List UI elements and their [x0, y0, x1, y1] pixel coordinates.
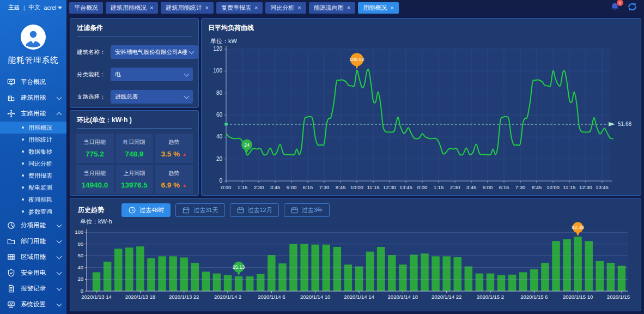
bar[interactable]	[552, 241, 560, 291]
bar[interactable]	[311, 245, 319, 291]
bar[interactable]	[399, 264, 406, 291]
sidebar-subitem[interactable]: 参数查询	[0, 206, 66, 218]
sidebar-subitem[interactable]: 用能概况	[0, 122, 66, 134]
bar[interactable]	[530, 269, 538, 291]
energy-type-select[interactable]: 电	[111, 68, 193, 81]
svg-text:40: 40	[77, 264, 83, 270]
svg-text:5:00: 5:00	[287, 184, 297, 190]
range-31d-button[interactable]: 过去31天	[175, 203, 224, 217]
sidebar-item-3[interactable]: 分项用能	[0, 218, 66, 233]
bar[interactable]	[377, 247, 385, 291]
bar[interactable]	[136, 246, 144, 291]
bar[interactable]	[257, 274, 264, 291]
tab-close-icon[interactable]: ×	[347, 5, 350, 11]
svg-text:2:30: 2:30	[450, 184, 460, 190]
bar[interactable]	[607, 263, 615, 291]
sidebar-item-5[interactable]: 区域用能	[0, 249, 66, 265]
bar[interactable]	[519, 272, 527, 291]
tab-close-icon[interactable]: ×	[254, 5, 258, 11]
sidebar-item-1[interactable]: 建筑用能	[0, 90, 66, 106]
sidebar-subitem[interactable]: 同比分析	[0, 158, 66, 170]
svg-text:2020/1/14 22: 2020/1/14 22	[432, 294, 461, 300]
tab-item[interactable]: 同比分析×	[265, 2, 306, 14]
tab-close-icon[interactable]: ×	[390, 5, 393, 11]
bar[interactable]	[541, 263, 549, 291]
bar[interactable]	[323, 245, 330, 291]
tab-item[interactable]: 复费率报表×	[216, 2, 263, 14]
bar[interactable]	[508, 275, 516, 291]
sidebar-subitem[interactable]: 夜间能耗	[0, 194, 66, 206]
bar[interactable]	[202, 271, 210, 291]
bar[interactable]	[585, 241, 592, 291]
filter-label: 建筑名称：	[77, 49, 111, 56]
sidebar-subitem[interactable]: 数据集抄	[0, 146, 66, 158]
range-48h-button[interactable]: 过去48时	[121, 203, 171, 217]
user-menu[interactable]: acrel	[44, 4, 63, 11]
svg-text:100: 100	[213, 68, 222, 74]
sidebar-item-0[interactable]: 平台概况	[0, 74, 66, 90]
tab-close-icon[interactable]: ×	[297, 5, 301, 11]
bar[interactable]	[476, 274, 483, 291]
bar[interactable]	[235, 276, 242, 291]
bar[interactable]	[487, 274, 494, 291]
bar[interactable]	[388, 255, 396, 291]
stat-value: 13976.5	[121, 181, 148, 189]
svg-text:100.52: 100.52	[349, 57, 364, 62]
range-12m-button[interactable]: 过去12月	[230, 203, 279, 217]
bar[interactable]	[114, 249, 122, 291]
bar[interactable]	[432, 256, 439, 291]
theme-link[interactable]: 主题	[8, 4, 20, 11]
notifications-bell-icon[interactable]: 0	[610, 2, 619, 14]
bar[interactable]	[158, 256, 166, 291]
sidebar-item-7[interactable]: 报警记录	[0, 281, 66, 297]
tab-close-icon[interactable]: ×	[205, 5, 208, 11]
bar[interactable]	[442, 256, 450, 291]
bar[interactable]	[191, 263, 199, 291]
bar[interactable]	[268, 255, 275, 291]
bar[interactable]	[596, 261, 604, 291]
sidebar-item-8[interactable]: 系统设置	[0, 297, 66, 312]
bar[interactable]	[147, 258, 155, 291]
bar[interactable]	[344, 264, 352, 291]
bar[interactable]	[333, 247, 341, 291]
tab-item[interactable]: 用能概况×	[358, 2, 398, 14]
history-bar-chart[interactable]: 单位：kW·h0204060801002020/1/13 142020/1/13…	[70, 217, 640, 310]
bar[interactable]	[104, 262, 111, 291]
chevron-down-icon	[189, 49, 195, 54]
bar[interactable]	[246, 276, 253, 291]
tab-item[interactable]: 能源流向图×	[309, 2, 355, 14]
bar[interactable]	[224, 275, 232, 291]
refresh-icon[interactable]	[627, 2, 637, 14]
sidebar-item-2[interactable]: 支路用能	[0, 106, 66, 122]
tab-item[interactable]: 平台概况	[69, 2, 103, 14]
sidebar-item-6[interactable]: 安全用电	[0, 265, 66, 281]
bar[interactable]	[618, 266, 625, 291]
bar[interactable]	[180, 257, 187, 291]
bar[interactable]	[410, 255, 417, 291]
sidebar-subitem[interactable]: 配电监测	[0, 182, 66, 194]
sidebar-subitem[interactable]: 费用报表	[0, 170, 66, 182]
bar[interactable]	[421, 253, 428, 291]
bar[interactable]	[465, 267, 472, 291]
bar[interactable]	[125, 247, 133, 291]
language-link[interactable]: 中文	[29, 4, 40, 11]
bar[interactable]	[563, 239, 570, 291]
bar[interactable]	[574, 237, 581, 291]
bar[interactable]	[497, 275, 505, 291]
load-curve-chart[interactable]: 单位：kW0204060801001200:001:152:303:455:00…	[202, 36, 640, 197]
branch-select[interactable]: 进线总表	[111, 90, 193, 104]
tab-item[interactable]: 建筑用能统计×	[161, 2, 213, 14]
bar[interactable]	[169, 256, 177, 291]
sidebar-subitem[interactable]: 用能统计	[0, 134, 66, 146]
bar[interactable]	[366, 252, 374, 291]
tab-item[interactable]: 建筑用能概况×	[106, 2, 158, 14]
history-trend-panel: 历史趋势 过去48时过去31天过去12月过去3年 单位：kW·h02040608…	[70, 198, 641, 311]
bar[interactable]	[213, 274, 221, 291]
bar[interactable]	[355, 267, 363, 291]
sidebar-item-4[interactable]: 部门用能	[0, 233, 66, 249]
tab-close-icon[interactable]: ×	[150, 5, 153, 11]
building-name-select[interactable]: 安科瑞电气股份有限公司A楼	[111, 45, 198, 59]
range-3y-button[interactable]: 过去3年	[284, 203, 330, 217]
bar[interactable]	[454, 257, 461, 291]
bar[interactable]	[93, 272, 100, 291]
